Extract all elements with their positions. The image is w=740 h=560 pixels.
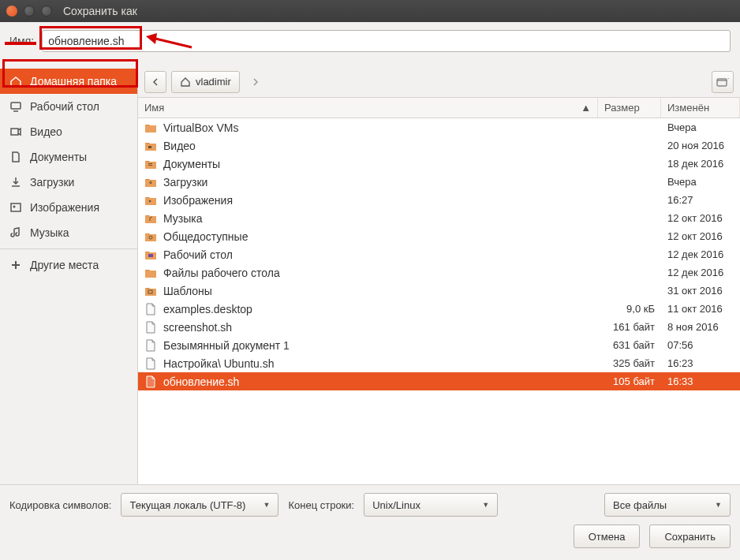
sidebar-item-label: Музыка xyxy=(30,226,69,239)
svg-rect-13 xyxy=(148,254,153,257)
folder-icon xyxy=(144,267,157,279)
folder-icon xyxy=(144,176,157,189)
file-icon xyxy=(144,303,157,315)
home-icon xyxy=(180,77,191,88)
file-row[interactable]: обновление.sh105 байт16:33 xyxy=(138,372,740,390)
file-modified: 16:33 xyxy=(661,375,740,387)
image-icon xyxy=(9,201,22,214)
new-folder-button[interactable]: + xyxy=(712,71,734,93)
chevron-left-icon xyxy=(151,78,159,86)
svg-point-5 xyxy=(13,206,16,208)
file-browser: vladimir + Имя ▲ Размер Изменён VirtualB… xyxy=(138,66,740,484)
bottom-bar: Кодировка символов: Текущая локаль (UTF-… xyxy=(0,484,740,556)
file-row[interactable]: Файлы рабочего стола12 дек 2016 xyxy=(138,263,740,282)
file-name: Безымянный документ 1 xyxy=(163,339,290,352)
file-icon xyxy=(144,321,157,334)
new-folder-icon: + xyxy=(716,77,729,88)
file-row[interactable]: Рабочий стол12 дек 2016 xyxy=(138,245,740,263)
column-header-modified[interactable]: Изменён xyxy=(661,98,740,118)
file-size: 631 байт xyxy=(598,339,661,351)
file-modified: 07:56 xyxy=(661,339,740,351)
filename-input[interactable] xyxy=(42,30,731,52)
file-name: VirtualBox VMs xyxy=(163,121,238,134)
folder-icon xyxy=(144,285,157,297)
file-modified: 16:27 xyxy=(661,194,740,206)
encoding-select[interactable]: Текущая локаль (UTF-8)▼ xyxy=(121,493,278,517)
file-row[interactable]: Документы18 дек 2016 xyxy=(138,155,740,173)
sidebar-item-label: Загрузки xyxy=(30,176,74,189)
close-icon[interactable] xyxy=(6,6,17,17)
column-header-name[interactable]: Имя ▲ xyxy=(138,98,598,118)
file-row[interactable]: Музыка12 окт 2016 xyxy=(138,209,740,227)
sidebar-item-document[interactable]: Документы xyxy=(0,144,137,170)
file-row[interactable]: Изображения16:27 xyxy=(138,191,740,209)
download-icon xyxy=(9,176,22,189)
file-modified: 31 окт 2016 xyxy=(661,285,740,297)
svg-rect-4 xyxy=(11,203,21,211)
save-button[interactable]: Сохранить xyxy=(649,525,731,548)
eol-select[interactable]: Unix/Linux▼ xyxy=(364,493,498,517)
path-forward-button[interactable] xyxy=(245,71,267,93)
file-size: 161 байт xyxy=(598,321,661,333)
svg-rect-8 xyxy=(148,146,151,148)
file-row[interactable]: Настройка\ Ubuntu.sh325 байт16:23 xyxy=(138,354,740,372)
file-modified: 12 дек 2016 xyxy=(661,267,740,278)
sidebar-item-label: Изображения xyxy=(30,201,99,214)
svg-rect-6 xyxy=(717,79,727,86)
file-row[interactable]: screenshot.sh161 байт8 ноя 2016 xyxy=(138,318,740,336)
sidebar-item-label: Рабочий стол xyxy=(30,100,99,113)
file-modified: Вчера xyxy=(661,176,740,188)
chevron-right-icon xyxy=(252,78,260,86)
file-modified: 12 дек 2016 xyxy=(661,248,740,260)
path-back-button[interactable] xyxy=(144,71,166,93)
chevron-down-icon: ▼ xyxy=(482,501,489,509)
sidebar-item-label: Другие места xyxy=(30,259,99,271)
sidebar-item-image[interactable]: Изображения xyxy=(0,195,137,220)
sidebar-item-video[interactable]: Видео xyxy=(0,119,137,144)
filename-label: Имя: xyxy=(9,35,34,47)
file-row[interactable]: Безымянный документ 1631 байт07:56 xyxy=(138,336,740,354)
sidebar-separator xyxy=(0,248,137,249)
file-list[interactable]: VirtualBox VMsВчераВидео20 ноя 2016Докум… xyxy=(138,118,740,484)
chevron-down-icon: ▼ xyxy=(263,501,271,509)
file-icon xyxy=(144,357,157,370)
file-modified: Вчера xyxy=(661,121,740,133)
file-name: Настройка\ Ubuntu.sh xyxy=(163,357,275,370)
file-modified: 8 ноя 2016 xyxy=(661,321,740,333)
file-row[interactable]: examples.desktop9,0 кБ11 окт 2016 xyxy=(138,300,740,318)
document-icon xyxy=(9,151,22,163)
minimize-icon[interactable] xyxy=(24,6,35,17)
sidebar-item-home[interactable]: Домашняя папка xyxy=(0,69,137,94)
file-icon xyxy=(144,375,157,388)
sidebar-item-download[interactable]: Загрузки xyxy=(0,170,137,195)
svg-rect-3 xyxy=(11,129,18,135)
sidebar-item-other-places[interactable]: Другие места xyxy=(0,252,137,278)
sidebar-item-label: Документы xyxy=(30,151,87,163)
file-row[interactable]: Шаблоны31 окт 2016 xyxy=(138,282,740,300)
column-headers: Имя ▲ Размер Изменён xyxy=(138,98,740,118)
music-icon xyxy=(9,226,22,239)
chevron-down-icon: ▼ xyxy=(715,501,722,509)
file-row[interactable]: ЗагрузкиВчера xyxy=(138,173,740,191)
cancel-button[interactable]: Отмена xyxy=(574,525,641,548)
filter-select[interactable]: Все файлы▼ xyxy=(604,493,731,517)
sidebar-item-music[interactable]: Музыка xyxy=(0,220,137,245)
folder-icon xyxy=(144,121,157,134)
file-modified: 11 окт 2016 xyxy=(661,303,740,315)
pathbar: vladimir + xyxy=(138,66,740,98)
path-segment-home[interactable]: vladimir xyxy=(171,71,240,93)
column-header-size[interactable]: Размер xyxy=(598,98,661,118)
folder-icon xyxy=(144,140,157,152)
sidebar-item-desktop[interactable]: Рабочий стол xyxy=(0,94,137,119)
svg-rect-2 xyxy=(11,103,21,109)
file-modified: 12 окт 2016 xyxy=(661,212,740,224)
file-name: Документы xyxy=(163,158,220,170)
file-row[interactable]: Видео20 ноя 2016 xyxy=(138,136,740,155)
maximize-icon[interactable] xyxy=(41,6,52,17)
file-row[interactable]: VirtualBox VMsВчера xyxy=(138,118,740,136)
folder-icon xyxy=(144,248,157,261)
svg-rect-9 xyxy=(148,163,152,164)
file-size: 325 байт xyxy=(598,357,661,369)
filename-row: Имя: xyxy=(0,22,740,66)
file-row[interactable]: Общедоступные12 окт 2016 xyxy=(138,227,740,245)
